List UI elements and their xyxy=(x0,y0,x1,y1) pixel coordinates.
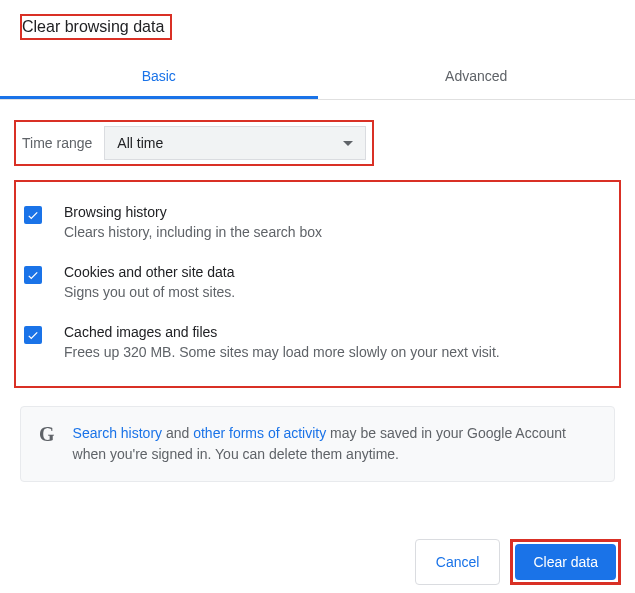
check-icon xyxy=(26,328,40,342)
option-cache: Cached images and files Frees up 320 MB.… xyxy=(24,312,611,372)
option-desc: Clears history, including in the search … xyxy=(64,224,611,240)
google-logo-icon: G xyxy=(39,423,55,446)
option-browsing-history: Browsing history Clears history, includi… xyxy=(24,192,611,252)
link-other-activity[interactable]: other forms of activity xyxy=(193,425,326,441)
info-text: Search history and other forms of activi… xyxy=(73,423,596,465)
time-range-select[interactable]: All time xyxy=(104,126,366,160)
clear-data-button[interactable]: Clear data xyxy=(515,544,616,580)
option-cookies: Cookies and other site data Signs you ou… xyxy=(24,252,611,312)
cancel-button[interactable]: Cancel xyxy=(415,539,501,585)
info-box: G Search history and other forms of acti… xyxy=(20,406,615,482)
time-range-row: Time range All time xyxy=(14,120,374,166)
option-title: Cookies and other site data xyxy=(64,264,611,280)
time-range-value: All time xyxy=(117,135,163,151)
option-title: Cached images and files xyxy=(64,324,611,340)
info-text-part: and xyxy=(162,425,193,441)
tab-advanced[interactable]: Advanced xyxy=(318,56,636,99)
checkbox-cookies[interactable] xyxy=(24,266,42,284)
check-icon xyxy=(26,208,40,222)
option-title: Browsing history xyxy=(64,204,611,220)
time-range-label: Time range xyxy=(22,135,92,151)
options-box: Browsing history Clears history, includi… xyxy=(14,180,621,388)
check-icon xyxy=(26,268,40,282)
tabs: Basic Advanced xyxy=(0,56,635,100)
chevron-down-icon xyxy=(343,141,353,146)
checkbox-browsing-history[interactable] xyxy=(24,206,42,224)
checkbox-cache[interactable] xyxy=(24,326,42,344)
option-desc: Signs you out of most sites. xyxy=(64,284,611,300)
link-search-history[interactable]: Search history xyxy=(73,425,162,441)
dialog-title: Clear browsing data xyxy=(20,14,172,40)
option-desc: Frees up 320 MB. Some sites may load mor… xyxy=(64,344,611,360)
footer-buttons: Cancel Clear data xyxy=(415,539,621,585)
tab-basic[interactable]: Basic xyxy=(0,56,318,99)
